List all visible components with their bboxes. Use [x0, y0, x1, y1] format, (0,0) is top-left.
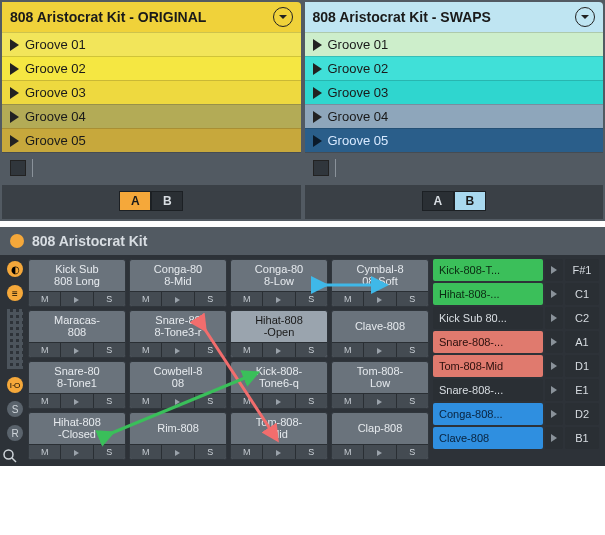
chevron-down-icon[interactable]	[273, 7, 293, 27]
drum-pad[interactable]: Conga-80 8-MidMS	[129, 259, 227, 307]
pad-mute-button[interactable]: M	[29, 445, 61, 459]
pad-solo-button[interactable]: S	[296, 445, 327, 459]
play-icon[interactable]	[313, 63, 322, 75]
pad-mute-button[interactable]: M	[130, 292, 162, 306]
chain-note[interactable]: F#1	[565, 259, 599, 281]
chevron-down-icon[interactable]	[575, 7, 595, 27]
chain-name[interactable]: Conga-808...	[433, 403, 543, 425]
drum-pad[interactable]: Cymbal-8 08-SoftMS	[331, 259, 429, 307]
chain-preview-button[interactable]	[545, 427, 563, 449]
io-icon[interactable]: I·O	[7, 377, 23, 393]
chain-row[interactable]: Snare-808-...A1	[433, 331, 599, 353]
pad-mute-button[interactable]: M	[29, 292, 61, 306]
pad-mute-button[interactable]: M	[130, 445, 162, 459]
pad-solo-button[interactable]: S	[397, 445, 428, 459]
pad-mute-button[interactable]: M	[332, 292, 364, 306]
chain-note[interactable]: C1	[565, 283, 599, 305]
return-icon[interactable]: R	[7, 425, 23, 441]
chain-name[interactable]: Hihat-808-...	[433, 283, 543, 305]
track-header-original[interactable]: 808 Aristocrat Kit - ORIGINAL	[2, 2, 301, 32]
pad-preview-button[interactable]	[61, 292, 93, 306]
drum-pad[interactable]: Rim-808MS	[129, 412, 227, 460]
chain-name[interactable]: Snare-808-...	[433, 331, 543, 353]
pad-preview-button[interactable]	[263, 394, 295, 408]
pad-preview-button[interactable]	[263, 292, 295, 306]
drum-pad[interactable]: Maracas- 808MS	[28, 310, 126, 358]
chain-preview-button[interactable]	[545, 283, 563, 305]
drum-pad[interactable]: Clave-808MS	[331, 310, 429, 358]
chain-note[interactable]: E1	[565, 379, 599, 401]
pad-mute-button[interactable]: M	[231, 292, 263, 306]
chain-preview-button[interactable]	[545, 355, 563, 377]
drum-pad[interactable]: Snare-80 8-Tone1MS	[28, 361, 126, 409]
chain-name[interactable]: Tom-808-Mid	[433, 355, 543, 377]
pad-mute-button[interactable]: M	[332, 394, 364, 408]
chain-preview-button[interactable]	[545, 403, 563, 425]
list-icon[interactable]: ≡	[7, 285, 23, 301]
pad-preview-button[interactable]	[61, 343, 93, 357]
chain-row[interactable]: Hihat-808-...C1	[433, 283, 599, 305]
macro-icon[interactable]: ◐	[7, 261, 23, 277]
play-icon[interactable]	[313, 111, 322, 123]
drum-pad[interactable]: Tom-808- LowMS	[331, 361, 429, 409]
drum-pad[interactable]: Tom-808- MidMS	[230, 412, 328, 460]
chain-name[interactable]: Kick-808-T...	[433, 259, 543, 281]
drum-pad[interactable]: Clap-808MS	[331, 412, 429, 460]
pad-overview[interactable]	[7, 309, 23, 369]
play-icon[interactable]	[10, 87, 19, 99]
chain-note[interactable]: C2	[565, 307, 599, 329]
chain-preview-button[interactable]	[545, 331, 563, 353]
clip-slot[interactable]: Groove 04	[305, 104, 604, 128]
chain-preview-button[interactable]	[545, 259, 563, 281]
pad-preview-button[interactable]	[263, 343, 295, 357]
pad-solo-button[interactable]: S	[94, 445, 125, 459]
drum-pad[interactable]: Conga-80 8-LowMS	[230, 259, 328, 307]
pad-mute-button[interactable]: M	[332, 445, 364, 459]
drum-pad[interactable]: Kick-808- Tone6-qMS	[230, 361, 328, 409]
pad-preview-button[interactable]	[162, 445, 194, 459]
chain-note[interactable]: D2	[565, 403, 599, 425]
pad-solo-button[interactable]: S	[195, 292, 226, 306]
drum-pad[interactable]: Kick Sub 808 LongMS	[28, 259, 126, 307]
crossfade-a-button[interactable]: A	[119, 191, 151, 211]
clip-slot[interactable]: Groove 01	[2, 32, 301, 56]
drum-pad[interactable]: Snare-80 8-Tone3-rMS	[129, 310, 227, 358]
pad-solo-button[interactable]: S	[397, 292, 428, 306]
pad-preview-button[interactable]	[61, 394, 93, 408]
magnifier-icon[interactable]	[2, 448, 18, 464]
clip-slot[interactable]: Groove 04	[2, 104, 301, 128]
stop-button[interactable]	[313, 160, 329, 176]
chain-row[interactable]: Kick-808-T...F#1	[433, 259, 599, 281]
clip-slot[interactable]: Groove 05	[305, 128, 604, 152]
crossfade-a-button[interactable]: A	[422, 191, 454, 211]
chain-row[interactable]: Conga-808...D2	[433, 403, 599, 425]
crossfade-b-button[interactable]: B	[151, 191, 183, 211]
pad-preview-button[interactable]	[162, 394, 194, 408]
clip-slot[interactable]: Groove 05	[2, 128, 301, 152]
device-header[interactable]: 808 Aristocrat Kit	[0, 227, 605, 255]
chain-name[interactable]: Kick Sub 80...	[433, 307, 543, 329]
pad-solo-button[interactable]: S	[195, 343, 226, 357]
show-icon[interactable]: S	[7, 401, 23, 417]
play-icon[interactable]	[313, 87, 322, 99]
pad-solo-button[interactable]: S	[94, 394, 125, 408]
pad-mute-button[interactable]: M	[29, 394, 61, 408]
device-power-icon[interactable]	[10, 234, 24, 248]
pad-mute-button[interactable]: M	[231, 445, 263, 459]
pad-preview-button[interactable]	[162, 292, 194, 306]
pad-solo-button[interactable]: S	[397, 394, 428, 408]
clip-slot[interactable]: Groove 02	[305, 56, 604, 80]
pad-preview-button[interactable]	[364, 445, 396, 459]
clip-slot[interactable]: Groove 03	[305, 80, 604, 104]
stop-button[interactable]	[10, 160, 26, 176]
chain-row[interactable]: Snare-808-...E1	[433, 379, 599, 401]
clip-slot[interactable]: Groove 02	[2, 56, 301, 80]
pad-solo-button[interactable]: S	[296, 292, 327, 306]
pad-mute-button[interactable]: M	[29, 343, 61, 357]
chain-preview-button[interactable]	[545, 379, 563, 401]
chain-note[interactable]: D1	[565, 355, 599, 377]
chain-name[interactable]: Clave-808	[433, 427, 543, 449]
drum-pad[interactable]: Hihat-808 -ClosedMS	[28, 412, 126, 460]
pad-preview-button[interactable]	[61, 445, 93, 459]
play-icon[interactable]	[10, 135, 19, 147]
